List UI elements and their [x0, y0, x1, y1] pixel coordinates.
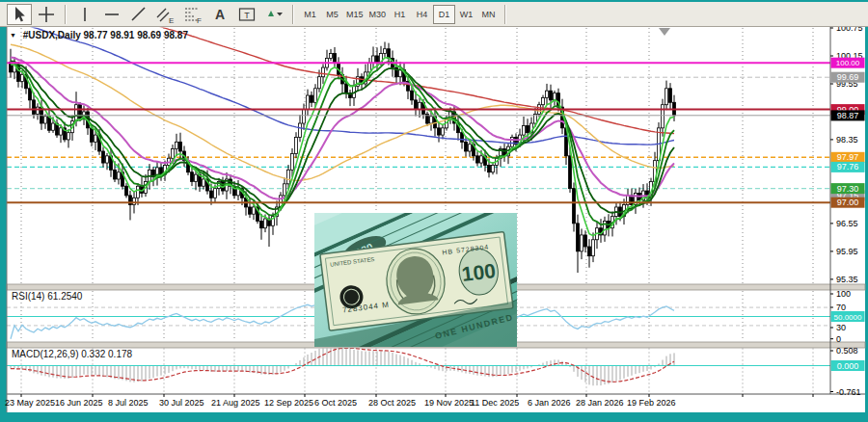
candle	[291, 153, 294, 170]
candle	[253, 207, 256, 214]
candle	[133, 198, 136, 204]
date-label: 21 Aug 2025	[211, 398, 260, 408]
candle	[37, 107, 40, 114]
candle	[44, 117, 47, 123]
svg-text:97.76: 97.76	[837, 162, 859, 171]
candle	[118, 172, 121, 179]
candle	[492, 165, 495, 171]
text-label-button[interactable]: T	[234, 4, 259, 25]
svg-text:E: E	[169, 16, 174, 25]
candle	[368, 63, 371, 72]
text-button[interactable]: A	[207, 4, 232, 25]
candle	[91, 128, 94, 142]
date-label: 11 Dec 2025	[471, 398, 519, 408]
candle	[430, 117, 433, 123]
vertical-line-icon	[74, 4, 95, 25]
price-axis-label: 30	[836, 323, 846, 332]
candle	[411, 91, 414, 100]
svg-text:99.69: 99.69	[837, 72, 859, 82]
crosshair-button[interactable]	[34, 4, 59, 25]
candle	[415, 100, 418, 110]
candle	[48, 117, 51, 130]
equidistant-channel-icon: E	[155, 4, 176, 25]
timeframe-m30-button[interactable]: M30	[366, 5, 390, 24]
candle	[264, 219, 267, 228]
candle	[592, 240, 595, 256]
candle	[95, 135, 97, 142]
candle	[334, 54, 337, 64]
candle	[542, 97, 545, 104]
arrows-icon	[263, 4, 285, 25]
candle	[488, 165, 491, 171]
candle	[191, 172, 194, 182]
svg-text:97.00: 97.00	[837, 198, 859, 207]
equidistant-channel-button[interactable]: E	[153, 4, 178, 25]
svg-text:F: F	[197, 16, 202, 25]
toolbar-divider	[504, 5, 506, 24]
price-axis-label: 95.35	[836, 275, 858, 284]
horizontal-line-button[interactable]	[99, 4, 124, 25]
candle	[60, 128, 63, 135]
fibonacci-button[interactable]: F	[180, 4, 205, 25]
date-label: 19 Nov 2025	[424, 398, 474, 408]
price-axis-label: 0	[836, 334, 841, 344]
candle	[584, 235, 587, 247]
timeframe-group: M1M5M15M30H1H4D1W1MN	[299, 5, 500, 24]
candle	[318, 77, 321, 89]
candle	[550, 91, 553, 100]
candle	[307, 95, 310, 109]
vertical-line-button[interactable]	[72, 4, 97, 25]
terminal-window: EFAT M1M5M15M30H1H4D1W1MN 100.75100.1599…	[0, 0, 868, 422]
candle	[384, 49, 387, 54]
timeframe-w1-button[interactable]: W1	[455, 5, 477, 24]
candle	[287, 170, 290, 183]
candle	[295, 138, 298, 154]
candle	[581, 235, 583, 251]
date-label: 23 May 2025	[5, 398, 55, 408]
crosshair-icon	[36, 4, 57, 25]
date-label: 12 Sep 2025	[264, 398, 313, 408]
price-badge-0.000: 0.000	[831, 360, 865, 371]
timeframe-m15-button[interactable]: M15	[343, 5, 366, 24]
price-badge-97.30: 97.30	[831, 183, 865, 194]
timeframe-m1-button[interactable]: M1	[299, 5, 321, 24]
arrows-button[interactable]	[261, 4, 286, 25]
candle	[376, 56, 379, 63]
candle	[210, 191, 213, 198]
price-badge-100.00: 100.00	[831, 58, 865, 68]
date-label: 8 Jul 2025	[108, 398, 149, 408]
price-axis-label: 95.95	[836, 247, 858, 256]
cursor-button[interactable]	[7, 4, 32, 25]
candle	[577, 224, 580, 251]
candle	[176, 142, 178, 148]
candle	[314, 89, 317, 102]
drawing-tools-group: EFAT	[71, 4, 287, 25]
timeframe-mn-button[interactable]: MN	[477, 5, 500, 24]
candle	[465, 142, 468, 151]
toolbar-divider	[292, 5, 294, 24]
date-label: 6 Jan 2026	[528, 398, 571, 408]
candle	[249, 207, 252, 214]
svg-text:A: A	[215, 7, 225, 22]
timeframe-m5-button[interactable]: M5	[321, 5, 343, 24]
candle	[160, 168, 163, 174]
fibonacci-icon: F	[182, 4, 203, 25]
candle	[52, 123, 55, 130]
toolbar: EFAT M1M5M15M30H1H4D1W1MN	[0, 0, 868, 27]
svg-text:T: T	[244, 10, 250, 19]
candle	[203, 179, 205, 186]
candle	[573, 189, 576, 224]
trend-line-button[interactable]	[126, 4, 151, 25]
price-badge-99.69: 99.69	[831, 72, 865, 83]
timeframe-h4-button[interactable]: H4	[411, 5, 433, 24]
candle	[480, 156, 483, 163]
candle	[438, 128, 441, 135]
candle	[311, 95, 313, 102]
price-axis-label: -0.761	[836, 387, 861, 397]
bill-100-large: 100	[461, 259, 498, 285]
timeframe-h1-button[interactable]: H1	[389, 5, 411, 24]
candle	[419, 102, 421, 109]
chart-canvas[interactable]: 100.75100.1599.5598.3596.5595.9595.350.5…	[0, 0, 868, 422]
candle	[172, 149, 175, 159]
timeframe-d1-button[interactable]: D1	[433, 5, 455, 24]
